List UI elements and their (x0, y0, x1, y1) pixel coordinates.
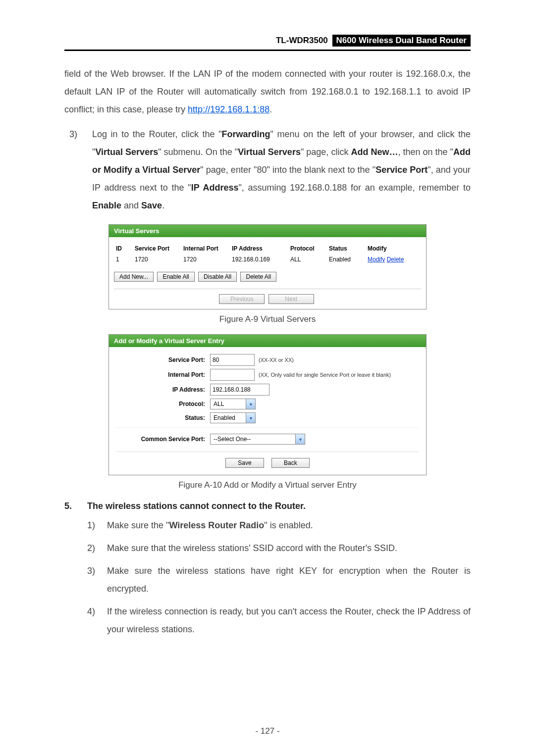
label-service-port: Service Port: (116, 356, 210, 363)
chevron-down-icon: ▾ (246, 399, 255, 409)
list-item: 3) Make sure the wireless stations have … (87, 562, 471, 598)
cell-internal-port: 1720 (181, 254, 230, 265)
label-internal-port: Internal Port: (116, 371, 210, 378)
product-title: N600 Wireless Dual Band Router (332, 35, 471, 47)
protocol-value: ALL (211, 401, 246, 407)
label-protocol: Protocol: (116, 401, 210, 407)
cell-ip-address: 192.168.0.169 (230, 254, 288, 265)
figure-a10-caption: Figure A-10 Add or Modify a Virtual serv… (64, 480, 471, 490)
ip-address-input[interactable] (210, 384, 269, 396)
service-port-input[interactable] (210, 354, 255, 366)
next-button: Next (268, 294, 314, 304)
hint-internal-port: (XX, Only valid for single Service Port … (259, 372, 391, 378)
common-service-port-select[interactable]: --Select One-- ▾ (210, 434, 305, 445)
label-status: Status: (116, 414, 210, 421)
status-select[interactable]: Enabled ▾ (210, 412, 256, 423)
delete-link[interactable]: Delete (387, 256, 404, 263)
back-button[interactable]: Back (271, 458, 310, 468)
th-status: Status (327, 243, 366, 254)
th-modify: Modify (366, 243, 421, 254)
section-5-title: The wireless stations cannot connect to … (87, 501, 306, 511)
cell-status: Enabled (327, 254, 366, 265)
th-id: ID (114, 243, 133, 254)
label-ip-address: IP Address: (116, 386, 210, 393)
cell-protocol: ALL (288, 254, 327, 265)
document-header: TL-WDR3500 N600 Wireless Dual Band Route… (64, 35, 471, 51)
cell-service-port: 1720 (133, 254, 181, 265)
item-marker: 1) (87, 516, 107, 534)
delete-all-button[interactable]: Delete All (240, 272, 276, 282)
list-item: 2) Make sure that the wireless stations'… (87, 539, 471, 557)
am-panel-title: Add or Modify a Virtual Server Entry (109, 335, 426, 347)
hint-service-port: (XX-XX or XX) (259, 357, 294, 363)
item-text: Make sure the wireless stations have rig… (107, 562, 471, 598)
vs-panel-title: Virtual Servers (109, 225, 426, 237)
status-value: Enabled (211, 414, 246, 421)
label-common-service-port: Common Service Port: (116, 436, 210, 443)
th-service-port: Service Port (133, 243, 181, 254)
th-internal-port: Internal Port (181, 243, 230, 254)
th-protocol: Protocol (288, 243, 327, 254)
vs-pager: Previous Next (114, 294, 421, 304)
item-marker: 2) (87, 539, 107, 557)
page-number: - 127 - (0, 726, 535, 736)
section-5-list: 1) Make sure the "Wireless Router Radio"… (87, 516, 471, 638)
chevron-down-icon: ▾ (246, 413, 255, 423)
add-new-button[interactable]: Add New... (114, 272, 154, 282)
section-5-num: 5. (64, 501, 87, 511)
item-marker: 3) (87, 562, 107, 598)
step-3: 3) Log in to the Router, click the "Forw… (69, 125, 471, 214)
table-row: 1 1720 1720 192.168.0.169 ALL Enabled Mo… (114, 254, 421, 265)
previous-button: Previous (219, 294, 265, 304)
intro-paragraph: field of the Web browser. If the LAN IP … (64, 65, 471, 118)
section-5-heading: 5. The wireless stations cannot connect … (64, 501, 471, 511)
protocol-select[interactable]: ALL ▾ (210, 399, 256, 409)
vs-action-row: Add New... Enable All Disable All Delete… (114, 272, 421, 282)
step-3-content: Log in to the Router, click the "Forward… (92, 125, 471, 214)
item-text: If the wireless connection is ready, but… (107, 603, 471, 638)
modify-link[interactable]: Modify (368, 256, 385, 263)
list-item: 4) If the wireless connection is ready, … (87, 603, 471, 638)
figure-virtual-servers: Virtual Servers ID Service Port Internal… (64, 224, 471, 309)
list-item: 1) Make sure the "Wireless Router Radio"… (87, 516, 471, 534)
figure-add-modify: Add or Modify a Virtual Server Entry Ser… (64, 334, 471, 475)
intro-link[interactable]: http://192.168.1.1:88 (188, 104, 269, 114)
internal-port-input[interactable] (210, 369, 255, 381)
chevron-down-icon: ▾ (295, 434, 305, 444)
step-3-marker: 3) (69, 125, 92, 214)
vs-table: ID Service Port Internal Port IP Address… (114, 243, 421, 265)
enable-all-button[interactable]: Enable All (157, 272, 194, 282)
intro-text-after: . (269, 104, 272, 114)
disable-all-button[interactable]: Disable All (198, 272, 237, 282)
figure-a9-caption: Figure A-9 Virtual Servers (64, 314, 471, 324)
common-service-port-value: --Select One-- (211, 436, 295, 443)
item-marker: 4) (87, 603, 107, 638)
item-text: Make sure that the wireless stations' SS… (107, 539, 471, 557)
model-label: TL-WDR3500 (276, 36, 330, 46)
th-ip-address: IP Address (230, 243, 288, 254)
cell-id: 1 (114, 254, 133, 265)
save-button[interactable]: Save (225, 458, 264, 468)
